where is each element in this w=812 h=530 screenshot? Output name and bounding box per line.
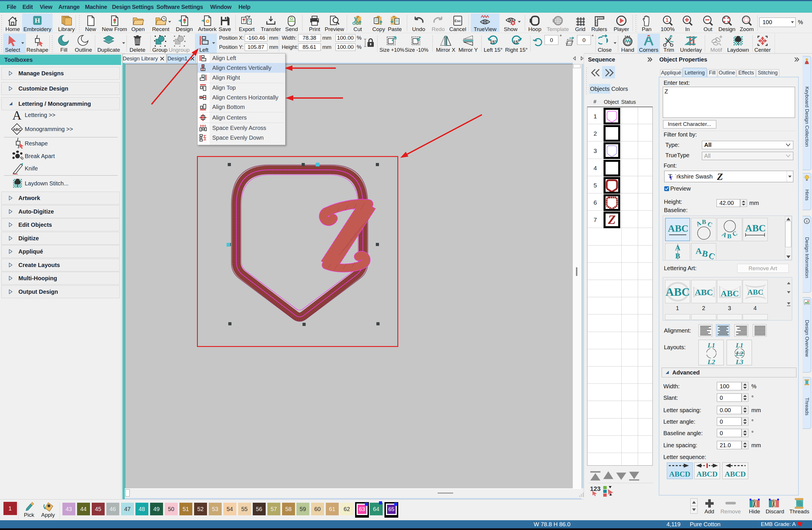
svg-text:C: C (707, 250, 716, 260)
svg-text:i: i (806, 219, 808, 223)
svg-text:ABCD: ABCD (696, 470, 718, 478)
svg-text:B: B (702, 218, 706, 225)
svg-text:ABC: ABC (666, 285, 690, 298)
svg-text:T: T (669, 175, 673, 180)
svg-text:B: B (727, 233, 731, 240)
svg-text:ABC: ABC (721, 289, 739, 298)
svg-text:ABC: ABC (695, 288, 713, 297)
svg-text:ABCD: ABCD (669, 470, 691, 478)
svg-text:L3: L3 (736, 358, 743, 366)
svg-text:L2: L2 (736, 350, 743, 357)
svg-text:Z: Z (717, 171, 723, 182)
svg-text:ABCD: ABCD (725, 470, 746, 478)
svg-text:L1: L1 (707, 341, 715, 349)
svg-text:A: A (696, 246, 702, 255)
svg-text:L1: L1 (736, 341, 743, 349)
svg-text:C: C (706, 220, 714, 229)
svg-text:A: A (695, 219, 702, 228)
svg-text:ABC: ABC (748, 288, 764, 296)
svg-text:C: C (731, 230, 739, 238)
svg-text:L2: L2 (707, 358, 715, 366)
